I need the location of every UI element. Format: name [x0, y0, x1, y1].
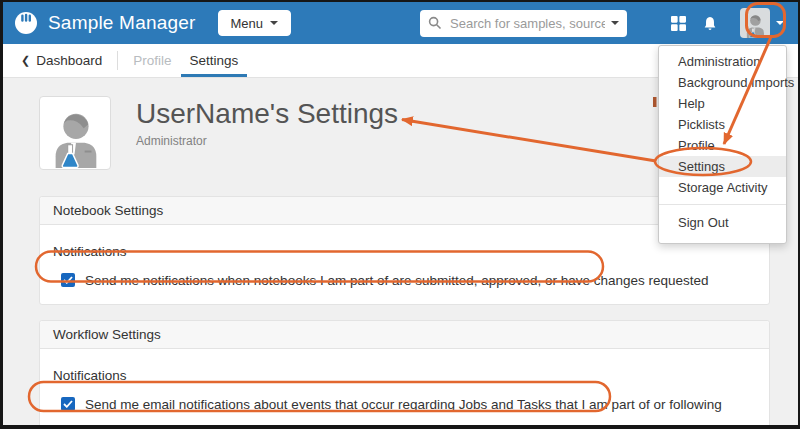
- search-icon: [428, 16, 442, 30]
- panel-body: Notifications Send me email notification…: [40, 349, 769, 428]
- page-subtitle: Administrator: [136, 134, 398, 148]
- workflow-notification-row: Send me email notifications about events…: [61, 394, 756, 414]
- menu-item-help[interactable]: Help: [659, 93, 786, 114]
- workflow-settings-panel: Workflow Settings Notifications Send me …: [39, 320, 770, 429]
- back-label: Dashboard: [36, 53, 102, 68]
- app-header: Sample Manager Menu: [3, 2, 798, 44]
- grid-icon: [671, 16, 686, 31]
- menu-button-label: Menu: [231, 16, 264, 31]
- menu-divider: [659, 204, 786, 205]
- screenshot-frame: Sample Manager Menu: [0, 0, 800, 429]
- avatar-icon: [44, 105, 106, 169]
- search-dropdown-caret[interactable]: [611, 21, 619, 25]
- avatar-dropdown-caret[interactable]: [776, 21, 784, 25]
- page-title: UserName's Settings: [136, 98, 398, 130]
- notebook-checkbox-label[interactable]: Send me notifications when notebooks I a…: [85, 273, 709, 288]
- tab-divider: [117, 51, 118, 70]
- user-avatar-button[interactable]: [740, 8, 770, 38]
- avatar-icon: [742, 12, 768, 38]
- profile-avatar: [39, 96, 111, 170]
- checkmark-icon: [63, 276, 73, 284]
- notebook-notifications-checkbox[interactable]: [61, 273, 75, 287]
- header-right-cluster: [420, 8, 784, 38]
- tab-settings[interactable]: Settings: [181, 44, 248, 77]
- notebook-notification-row: Send me notifications when notebooks I a…: [61, 270, 756, 290]
- workflow-notifications-checkbox[interactable]: [61, 397, 75, 411]
- app-logo-icon[interactable]: [14, 11, 38, 35]
- menu-item-sign-out[interactable]: Sign Out: [659, 211, 786, 235]
- checkmark-icon: [63, 400, 73, 408]
- menu-button[interactable]: Menu: [218, 10, 292, 36]
- apps-grid-button[interactable]: [671, 16, 686, 31]
- chevron-left-icon: ❮: [21, 54, 30, 67]
- notifications-group-label: Notifications: [53, 244, 756, 259]
- search-box: [420, 10, 627, 37]
- app-title: Sample Manager: [48, 12, 196, 34]
- tab-profile[interactable]: Profile: [124, 44, 180, 77]
- menu-item-administration[interactable]: Administration: [659, 51, 786, 72]
- menu-item-storage-activity[interactable]: Storage Activity: [659, 177, 786, 198]
- notifications-button[interactable]: [702, 16, 718, 31]
- chevron-down-icon: [270, 21, 278, 25]
- menu-item-settings[interactable]: Settings: [659, 156, 786, 177]
- notifications-group-label: Notifications: [53, 368, 756, 383]
- bell-icon: [702, 16, 718, 31]
- search-input[interactable]: [448, 15, 607, 32]
- menu-item-profile[interactable]: Profile: [659, 135, 786, 156]
- panel-title: Workflow Settings: [40, 321, 769, 349]
- menu-item-background-imports[interactable]: Background Imports: [659, 72, 786, 93]
- profile-text: UserName's Settings Administrator: [136, 96, 398, 170]
- workflow-checkbox-label[interactable]: Send me email notifications about events…: [85, 397, 722, 412]
- tab-back-dashboard[interactable]: ❮ Dashboard: [12, 44, 111, 77]
- user-dropdown-menu: Administration Background Imports Help P…: [658, 45, 787, 244]
- menu-item-picklists[interactable]: Picklists: [659, 114, 786, 135]
